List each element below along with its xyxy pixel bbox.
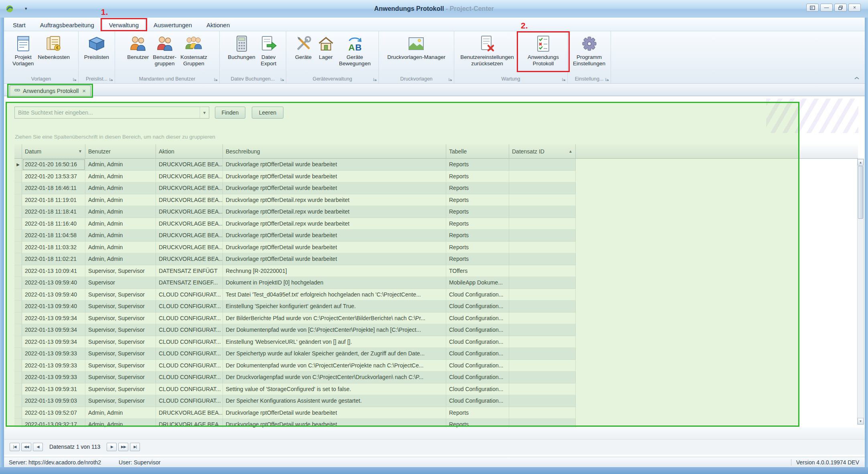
document-tab-anwendungs-protokoll[interactable]: Anwendungs Protokoll × bbox=[10, 85, 91, 96]
cell-filler bbox=[576, 289, 858, 301]
table-row[interactable]: 2022-01-18 16:46:11 Admin, Admin DRUCKVO… bbox=[14, 182, 858, 194]
dialog-launcher-icon[interactable] bbox=[562, 77, 566, 82]
dialog-launcher-icon[interactable] bbox=[448, 77, 453, 82]
dialog-launcher-icon[interactable] bbox=[373, 77, 377, 82]
cell-datensatz-id bbox=[509, 182, 576, 194]
table-row[interactable]: 2022-01-13 09:59:03 Supervisor, Supervis… bbox=[14, 395, 858, 407]
nav-next-page-button[interactable]: ▶▶ bbox=[118, 443, 128, 451]
table-row[interactable]: 2022-01-13 09:59:34 Supervisor, Supervis… bbox=[14, 313, 858, 325]
ribbon-button-benutzergruppen[interactable]: Benutzer- gruppen bbox=[151, 33, 178, 68]
vertical-scrollbar[interactable]: ▲ ▼ bbox=[857, 159, 864, 425]
table-row[interactable]: 2022-01-20 13:53:37 Admin, Admin DRUCKVO… bbox=[14, 171, 858, 183]
nav-first-button[interactable]: |◀ bbox=[10, 443, 20, 451]
dialog-launcher-icon[interactable] bbox=[73, 77, 77, 82]
table-row[interactable]: 2022-01-13 09:59:34 Supervisor, Supervis… bbox=[14, 336, 858, 348]
nav-prev-page-button[interactable]: ◀◀ bbox=[21, 443, 31, 451]
layout-icon bbox=[810, 6, 815, 10]
minimize-button[interactable]: — bbox=[820, 4, 833, 12]
ribbon-button-benutzer[interactable]: Benutzer bbox=[125, 33, 150, 61]
ribbon-collapse-button[interactable] bbox=[854, 76, 860, 81]
find-button[interactable]: Finden bbox=[215, 107, 245, 119]
dialog-launcher-icon[interactable] bbox=[605, 77, 609, 82]
column-header-beschreibung[interactable]: Beschreibung bbox=[223, 144, 446, 159]
cell-datum: 2022-01-13 09:59:40 bbox=[22, 277, 85, 289]
table-row[interactable]: 2022-01-13 09:59:40 Supervisor DATENSATZ… bbox=[14, 277, 858, 289]
ribbon-button-kostensatz-gruppen[interactable]: Kostensatz Gruppen bbox=[179, 33, 209, 68]
table-row[interactable]: 2022-01-13 09:32:17 Admin, Admin DRUCKVO… bbox=[14, 419, 858, 428]
ribbon-button-preislisten[interactable]: Preislisten bbox=[83, 33, 111, 61]
ribbon-button-druckvorlagen-manager[interactable]: Druckvorlagen-Manager bbox=[386, 33, 447, 61]
cell-benutzer: Supervisor, Supervisor bbox=[85, 301, 156, 313]
column-header-benutzer[interactable]: Benutzer bbox=[85, 144, 156, 159]
table-row[interactable]: 2022-01-13 10:09:41 Supervisor, Supervis… bbox=[14, 265, 858, 277]
group-by-panel[interactable]: Ziehen Sie eine Spaltenüberschrift in di… bbox=[15, 134, 215, 140]
search-dropdown-icon[interactable]: ▼ bbox=[200, 107, 209, 118]
column-header-datum[interactable]: Datum▼ bbox=[22, 144, 85, 159]
nav-prev-button[interactable]: ◀ bbox=[33, 443, 43, 451]
ribbon-button-lager[interactable]: Lager bbox=[315, 33, 337, 61]
scroll-down-button[interactable]: ▼ bbox=[858, 418, 864, 424]
cell-filler bbox=[576, 348, 858, 360]
table-row[interactable]: 2022-01-13 09:59:40 Supervisor, Supervis… bbox=[14, 289, 858, 301]
cell-benutzer: Admin, Admin bbox=[85, 194, 156, 206]
table-row[interactable]: 2022-01-18 11:19:01 Admin, Admin DRUCKVO… bbox=[14, 194, 858, 206]
cell-aktion: CLOUD CONFIGURAT... bbox=[156, 383, 223, 395]
ribbon-button-geraete-bewegungen[interactable]: AB Geräte Bewegungen bbox=[338, 33, 372, 68]
print-template-manager-icon bbox=[407, 34, 425, 53]
cell-tabelle: Cloud Configuration... bbox=[446, 336, 509, 348]
ribbon-button-projekt-vorlagen[interactable]: Projekt Vorlagen bbox=[11, 33, 35, 68]
cell-tabelle: Cloud Configuration... bbox=[446, 289, 509, 301]
ribbon-button-geraete[interactable]: Geräte bbox=[293, 33, 314, 61]
ribbon-button-benutzereinstellungen-zuruecksetzen[interactable]: Benutzereinstellungen zurücksetzen bbox=[455, 33, 519, 68]
tab-aktionen[interactable]: Aktionen bbox=[200, 19, 236, 31]
cell-datum: 2022-01-18 11:16:40 bbox=[22, 218, 85, 230]
table-row[interactable]: 2022-01-13 09:52:07 Admin, Admin DRUCKVO… bbox=[14, 407, 858, 419]
table-row[interactable]: ▶ 2022-01-20 16:50:16 Admin, Admin DRUCK… bbox=[14, 159, 858, 171]
scrollbar-thumb[interactable] bbox=[858, 166, 863, 219]
ribbon-button-anwendungs-protokoll[interactable]: Anwendungs Protokoll 2. bbox=[520, 33, 567, 68]
clear-button[interactable]: Leeren bbox=[252, 107, 283, 119]
close-button[interactable]: × bbox=[848, 4, 861, 12]
ribbon-button-datev-export[interactable]: Datev Export bbox=[258, 33, 279, 68]
column-header-tabelle[interactable]: Tabelle bbox=[446, 144, 509, 159]
ribbon-button-programm-einstellungen[interactable]: Programm Einstellungen bbox=[571, 33, 607, 68]
table-row[interactable]: 2022-01-18 11:02:21 Admin, Admin DRUCKVO… bbox=[14, 253, 858, 265]
cell-aktion: DRUCKVORLAGE BEA... bbox=[156, 253, 223, 265]
nav-next-button[interactable]: ▶ bbox=[107, 443, 117, 451]
filter-dropdown-icon[interactable]: ▼ bbox=[78, 149, 82, 153]
table-row[interactable]: 2022-01-13 09:59:40 Supervisor, Supervis… bbox=[14, 301, 858, 313]
table-row[interactable]: 2022-01-13 09:59:33 Supervisor, Supervis… bbox=[14, 371, 858, 383]
search-input[interactable] bbox=[15, 109, 200, 116]
ribbon-button-buchungen[interactable]: Buchungen bbox=[226, 33, 257, 61]
dialog-launcher-icon[interactable] bbox=[109, 77, 113, 82]
tab-verwaltung[interactable]: Verwaltung 1. bbox=[102, 19, 146, 31]
table-row[interactable]: 2022-01-18 11:16:40 Admin, Admin DRUCKVO… bbox=[14, 218, 858, 230]
window-title-main: Anwendungs Protokoll bbox=[374, 5, 444, 12]
scroll-up-button[interactable]: ▲ bbox=[858, 159, 864, 165]
column-header-datensatz-id[interactable]: Datensatz ID▲ bbox=[509, 144, 576, 159]
column-header-aktion[interactable]: Aktion bbox=[156, 144, 223, 159]
users-icon bbox=[129, 34, 147, 53]
restore-button[interactable] bbox=[834, 4, 847, 12]
table-row[interactable]: 2022-01-13 09:59:33 Supervisor, Supervis… bbox=[14, 360, 858, 372]
cell-aktion: DRUCKVORLAGE BEA... bbox=[156, 230, 223, 242]
nav-last-button[interactable]: ▶| bbox=[130, 443, 140, 451]
table-row[interactable]: 2022-01-13 09:59:33 Supervisor, Supervis… bbox=[14, 348, 858, 360]
dialog-launcher-icon[interactable] bbox=[214, 77, 218, 82]
ribbon-tab-bar: Start Auftragsbearbeitung Verwaltung 1. … bbox=[4, 18, 865, 31]
table-row[interactable]: 2022-01-18 11:18:41 Admin, Admin DRUCKVO… bbox=[14, 206, 858, 218]
ribbon-button-nebenkosten[interactable]: € Nebenkosten bbox=[36, 33, 71, 61]
table-row[interactable]: 2022-01-13 09:59:31 Supervisor, Supervis… bbox=[14, 383, 858, 395]
tab-close-icon[interactable]: × bbox=[82, 88, 86, 94]
cell-beschreibung: Dokument in ProjektID [0] hochgeladen bbox=[223, 277, 446, 289]
tab-auftragsbearbeitung[interactable]: Auftragsbearbeitung bbox=[34, 19, 101, 31]
table-row[interactable]: 2022-01-13 09:59:34 Supervisor, Supervis… bbox=[14, 324, 858, 336]
tab-start[interactable]: Start bbox=[6, 19, 32, 31]
cell-aktion: DRUCKVORLAGE BEA... bbox=[156, 171, 223, 183]
dialog-launcher-icon[interactable] bbox=[280, 77, 285, 82]
cell-aktion: DRUCKVORLAGE BEA... bbox=[156, 218, 223, 230]
table-row[interactable]: 2022-01-18 11:04:58 Admin, Admin DRUCKVO… bbox=[14, 230, 858, 242]
layout-button[interactable] bbox=[806, 4, 819, 12]
tab-auswertungen[interactable]: Auswertungen bbox=[147, 19, 198, 31]
table-row[interactable]: 2022-01-18 11:03:32 Admin, Admin DRUCKVO… bbox=[14, 242, 858, 254]
